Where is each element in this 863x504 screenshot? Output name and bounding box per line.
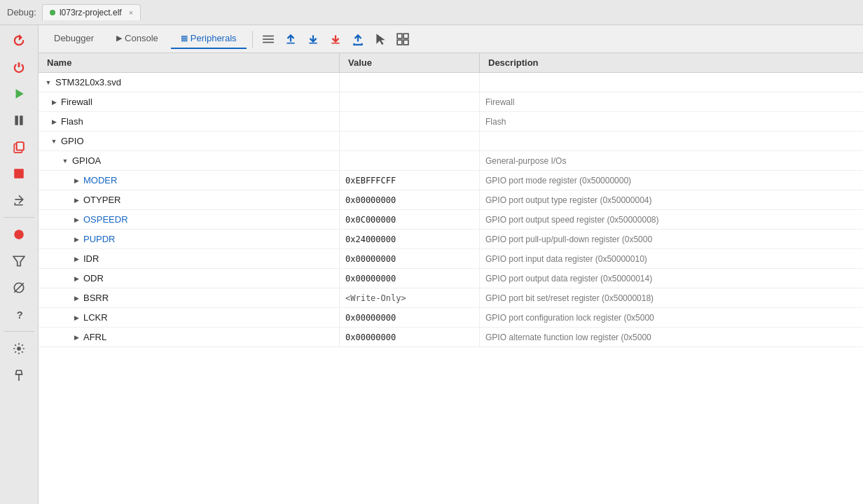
sidebar-pin-icon[interactable] — [6, 363, 32, 388]
tab-console-label: Console — [125, 33, 158, 43]
row-value-cell: 0xEBFFFCFF — [340, 171, 480, 190]
sidebar-reset-icon[interactable] — [6, 55, 32, 80]
tab-peripherals[interactable]: ▦ Peripherals — [171, 29, 247, 49]
toolbar-download-red-btn[interactable] — [326, 29, 345, 49]
sidebar-export-icon[interactable] — [6, 188, 32, 213]
row-desc: GPIO port mode register (0x50000000) — [485, 176, 631, 186]
sidebar-settings-icon[interactable] — [6, 336, 32, 361]
table-row[interactable]: OTYPER 0x00000000 GPIO port output type … — [39, 190, 863, 210]
sidebar-play-icon[interactable] — [6, 81, 32, 106]
sidebar-pause-icon[interactable] — [6, 108, 32, 133]
sidebar-stop-icon[interactable] — [6, 161, 32, 186]
tree-arrow[interactable] — [50, 137, 58, 146]
row-name-cell: AFRL — [39, 328, 340, 346]
row-value: 0xEBFFFCFF — [345, 176, 396, 186]
row-name-cell: LCKR — [39, 308, 340, 327]
toolbar-upload2-btn[interactable] — [348, 29, 368, 49]
row-name: IDR — [83, 253, 99, 264]
row-name: MODER — [83, 175, 117, 186]
row-name-cell: IDR — [39, 249, 340, 268]
title-tab[interactable]: l073rz-project.elf × — [42, 4, 141, 20]
tree-arrow[interactable] — [61, 157, 69, 165]
tree-arrow[interactable] — [72, 216, 81, 224]
table-row[interactable]: ODR 0x00000000 GPIO port output data reg… — [39, 269, 863, 288]
table-row[interactable]: AFRL 0x00000000 GPIO alternate function … — [39, 328, 863, 347]
table-row[interactable]: Firewall Firewall — [39, 92, 863, 112]
row-value-cell — [340, 73, 480, 92]
tree-arrow[interactable] — [72, 274, 81, 283]
svg-marker-10 — [13, 256, 25, 266]
peripherals-table[interactable]: Name Value Description STM32L0x3.svd Fir… — [39, 53, 863, 504]
tree-arrow[interactable] — [72, 314, 81, 322]
tab-status-dot — [50, 10, 55, 15]
svg-rect-7 — [14, 169, 24, 178]
toolbar-grid-btn[interactable] — [393, 29, 413, 49]
tree-arrow[interactable] — [50, 118, 58, 126]
svg-rect-3 — [20, 115, 23, 125]
sidebar-help-icon[interactable]: ? — [6, 302, 32, 327]
tree-arrow[interactable] — [72, 176, 81, 185]
sidebar-slash-icon[interactable] — [6, 275, 32, 300]
toolbar-upload-btn[interactable] — [281, 29, 301, 49]
row-value-cell — [340, 132, 480, 150]
toolbar-separator-1 — [252, 31, 253, 48]
table-row[interactable]: LCKR 0x00000000 GPIO port configuration … — [39, 308, 863, 328]
row-value-cell: 0x00000000 — [340, 269, 480, 288]
row-name-cell: ODR — [39, 269, 340, 288]
svg-rect-26 — [403, 34, 408, 38]
tab-close-button[interactable]: × — [129, 8, 133, 17]
tree-arrow[interactable] — [72, 255, 81, 263]
sidebar-filter-icon[interactable] — [6, 248, 32, 274]
table-row[interactable]: STM32L0x3.svd — [39, 73, 863, 92]
row-name: GPIOA — [72, 155, 101, 166]
sidebar-record-icon[interactable] — [6, 222, 32, 247]
table-row[interactable]: OSPEEDR 0x0C000000 GPIO port output spee… — [39, 210, 863, 230]
row-value-cell: <Write-Only> — [340, 288, 480, 307]
row-value: <Write-Only> — [345, 293, 406, 303]
row-name: OSPEEDR — [83, 214, 128, 225]
table-row[interactable]: PUPDR 0x24000000 GPIO port pull-up/pull-… — [39, 230, 863, 249]
table-row[interactable]: MODER 0xEBFFFCFF GPIO port mode register… — [39, 171, 863, 190]
tree-arrow[interactable] — [72, 235, 81, 244]
row-value-cell: 0x00000000 — [340, 190, 480, 209]
table-row[interactable]: BSRR <Write-Only> GPIO port bit set/rese… — [39, 288, 863, 308]
row-desc: GPIO port pull-up/pull-down register (0x… — [485, 234, 652, 244]
svg-rect-27 — [397, 40, 402, 45]
tab-console[interactable]: ▶ Console — [106, 29, 168, 49]
row-desc-cell: Firewall — [480, 92, 863, 111]
tree-arrow[interactable] — [72, 196, 81, 204]
tree-arrow[interactable] — [50, 98, 58, 106]
tree-arrow[interactable] — [72, 294, 81, 302]
row-desc: GPIO port output type register (0x500000… — [485, 195, 651, 205]
tab-debugger[interactable]: Debugger — [44, 29, 104, 49]
tree-arrow[interactable] — [44, 78, 53, 87]
sidebar: ? — [0, 25, 39, 504]
table-row[interactable]: IDR 0x00000000 GPIO port input data regi… — [39, 249, 863, 269]
row-desc: Firewall — [485, 97, 514, 107]
row-desc-cell — [480, 73, 863, 92]
svg-marker-16 — [16, 370, 22, 374]
content-area: Debugger ▶ Console ▦ Peripherals — [39, 25, 863, 504]
svg-rect-2 — [15, 115, 18, 125]
row-name: Firewall — [61, 97, 92, 107]
tree-arrow[interactable] — [72, 333, 81, 342]
table-row[interactable]: GPIOA General-purpose I/Os — [39, 151, 863, 171]
toolbar-cursor-btn[interactable] — [371, 29, 390, 49]
row-name-cell: MODER — [39, 171, 340, 190]
row-desc-cell: GPIO port configuration lock register (0… — [480, 308, 863, 327]
row-value-cell — [340, 112, 480, 131]
row-value: 0x0C000000 — [345, 215, 396, 225]
row-desc: General-purpose I/Os — [485, 156, 566, 166]
row-value: 0x00000000 — [345, 313, 396, 323]
row-desc-cell: GPIO port output speed register (0x50000… — [480, 210, 863, 229]
sidebar-refresh-icon[interactable] — [6, 28, 32, 53]
row-value-cell: 0x00000000 — [340, 308, 480, 327]
tab-debugger-label: Debugger — [54, 33, 94, 43]
toolbar-list-btn[interactable] — [258, 29, 278, 49]
row-name: ODR — [83, 273, 104, 284]
table-row[interactable]: Flash Flash — [39, 112, 863, 132]
toolbar-download-btn[interactable] — [303, 29, 323, 49]
table-row[interactable]: GPIO — [39, 132, 863, 151]
row-desc: Flash — [485, 117, 506, 127]
sidebar-copy-icon[interactable] — [6, 134, 32, 160]
